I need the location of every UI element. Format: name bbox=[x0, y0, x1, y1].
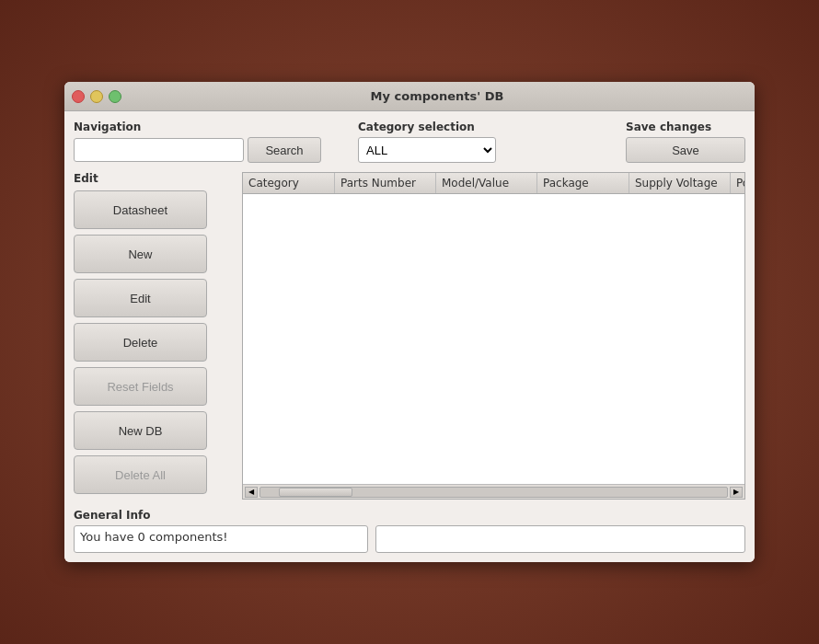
main-area: Edit Datasheet New Edit Delete Reset Fie… bbox=[74, 172, 745, 500]
category-label: Category selection bbox=[358, 121, 496, 133]
save-button[interactable]: Save bbox=[626, 137, 745, 163]
maximize-button[interactable] bbox=[109, 90, 121, 103]
general-info-fields: You have 0 components! bbox=[74, 525, 745, 553]
general-info-section: General Info You have 0 components! bbox=[74, 509, 745, 553]
edit-label: Edit bbox=[74, 172, 235, 185]
col-supplyvoltage-header: Supply Voltage bbox=[629, 173, 731, 193]
components-table: Category Parts Number Model/Value Packag… bbox=[242, 172, 745, 500]
search-button[interactable]: Search bbox=[248, 137, 321, 163]
close-button[interactable] bbox=[72, 90, 85, 103]
save-label: Save changes bbox=[626, 121, 745, 133]
extra-field bbox=[375, 525, 745, 553]
col-powerrating-header: Power Rating bbox=[731, 173, 745, 193]
sidebar: Edit Datasheet New Edit Delete Reset Fie… bbox=[74, 172, 235, 500]
save-section: Save changes Save bbox=[626, 121, 745, 163]
window-title: My components' DB bbox=[127, 89, 747, 103]
status-field: You have 0 components! bbox=[74, 525, 368, 553]
navigation-section: Navigation Search bbox=[74, 121, 321, 163]
main-window: My components' DB Navigation Search Cate… bbox=[64, 82, 755, 562]
scrollbar-track[interactable] bbox=[260, 487, 728, 498]
table-body bbox=[243, 194, 744, 484]
col-modelvalue-header: Model/Value bbox=[436, 173, 537, 193]
window-content: Navigation Search Category selection ALL… bbox=[64, 111, 755, 562]
toolbar: Navigation Search Category selection ALL… bbox=[74, 121, 745, 163]
minimize-button[interactable] bbox=[90, 90, 103, 103]
table-header: Category Parts Number Model/Value Packag… bbox=[243, 173, 744, 194]
horizontal-scrollbar[interactable]: ◀ ▶ bbox=[243, 484, 744, 499]
new-button[interactable]: New bbox=[74, 235, 207, 273]
col-package-header: Package bbox=[537, 173, 629, 193]
scrollbar-thumb[interactable] bbox=[279, 488, 352, 497]
reset-fields-button[interactable]: Reset Fields bbox=[74, 367, 207, 406]
navigation-input[interactable] bbox=[74, 138, 244, 162]
col-partsnumber-header: Parts Number bbox=[335, 173, 436, 193]
titlebar: My components' DB bbox=[64, 82, 755, 111]
scroll-left-button[interactable]: ◀ bbox=[245, 487, 258, 498]
edit-button[interactable]: Edit bbox=[74, 279, 207, 317]
category-section: Category selection ALL bbox=[358, 121, 496, 163]
datasheet-button[interactable]: Datasheet bbox=[74, 190, 207, 229]
col-category-header: Category bbox=[243, 173, 335, 193]
delete-button[interactable]: Delete bbox=[74, 323, 207, 362]
category-select[interactable]: ALL bbox=[358, 137, 496, 163]
general-info-label: General Info bbox=[74, 509, 745, 522]
navigation-label: Navigation bbox=[74, 121, 321, 133]
delete-all-button[interactable]: Delete All bbox=[74, 455, 207, 494]
new-db-button[interactable]: New DB bbox=[74, 411, 207, 450]
scroll-right-button[interactable]: ▶ bbox=[730, 487, 743, 498]
